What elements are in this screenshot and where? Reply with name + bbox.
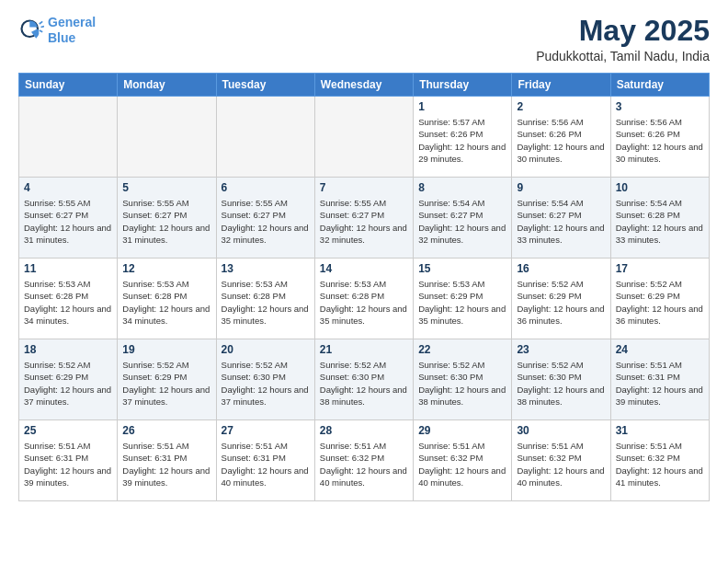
calendar-cell: 24Sunrise: 5:51 AMSunset: 6:31 PMDayligh… [610, 339, 709, 420]
day-number: 19 [122, 343, 210, 356]
day-number: 31 [616, 424, 704, 437]
day-number: 15 [418, 262, 506, 275]
calendar-cell: 23Sunrise: 5:52 AMSunset: 6:30 PMDayligh… [512, 339, 610, 420]
calendar-cell: 4Sunrise: 5:55 AMSunset: 6:27 PMDaylight… [19, 178, 118, 259]
day-number: 9 [517, 181, 605, 194]
calendar-cell: 12Sunrise: 5:53 AMSunset: 6:28 PMDayligh… [118, 259, 216, 339]
calendar-cell: 26Sunrise: 5:51 AMSunset: 6:31 PMDayligh… [118, 420, 216, 501]
calendar-header-wednesday: Wednesday [314, 74, 413, 97]
day-number: 25 [24, 424, 112, 437]
day-info: Sunrise: 5:53 AMSunset: 6:28 PMDaylight:… [320, 278, 408, 327]
calendar-cell: 9Sunrise: 5:54 AMSunset: 6:27 PMDaylight… [512, 178, 610, 259]
page: General Blue May 2025 Pudukkottai, Tamil… [0, 0, 728, 520]
day-number: 18 [24, 343, 112, 356]
day-info: Sunrise: 5:52 AMSunset: 6:30 PMDaylight:… [320, 359, 408, 408]
day-number: 17 [616, 262, 704, 275]
day-number: 7 [320, 181, 408, 194]
day-info: Sunrise: 5:56 AMSunset: 6:26 PMDaylight:… [517, 116, 605, 165]
day-info: Sunrise: 5:55 AMSunset: 6:27 PMDaylight:… [24, 197, 112, 246]
calendar-cell: 8Sunrise: 5:54 AMSunset: 6:27 PMDaylight… [414, 178, 512, 259]
day-info: Sunrise: 5:52 AMSunset: 6:29 PMDaylight:… [24, 359, 112, 408]
day-number: 13 [222, 262, 310, 275]
calendar-cell: 10Sunrise: 5:54 AMSunset: 6:28 PMDayligh… [610, 178, 709, 259]
calendar-cell: 3Sunrise: 5:56 AMSunset: 6:26 PMDaylight… [610, 97, 709, 178]
day-info: Sunrise: 5:51 AMSunset: 6:32 PMDaylight:… [616, 440, 704, 488]
calendar: SundayMondayTuesdayWednesdayThursdayFrid… [18, 73, 710, 501]
calendar-header-monday: Monday [118, 74, 216, 97]
day-info: Sunrise: 5:51 AMSunset: 6:32 PMDaylight:… [517, 440, 605, 488]
calendar-cell: 30Sunrise: 5:51 AMSunset: 6:32 PMDayligh… [512, 420, 610, 501]
calendar-cell: 16Sunrise: 5:52 AMSunset: 6:29 PMDayligh… [512, 259, 610, 339]
calendar-header-sunday: Sunday [19, 74, 118, 97]
calendar-cell: 20Sunrise: 5:52 AMSunset: 6:30 PMDayligh… [216, 339, 314, 420]
day-number: 24 [616, 343, 704, 356]
calendar-header-friday: Friday [512, 74, 610, 97]
day-number: 12 [122, 262, 210, 275]
calendar-cell [314, 97, 413, 178]
day-info: Sunrise: 5:53 AMSunset: 6:29 PMDaylight:… [418, 278, 506, 327]
logo: General Blue [18, 15, 96, 46]
calendar-cell: 2Sunrise: 5:56 AMSunset: 6:26 PMDaylight… [512, 97, 610, 178]
calendar-cell: 31Sunrise: 5:51 AMSunset: 6:32 PMDayligh… [610, 420, 709, 501]
day-info: Sunrise: 5:52 AMSunset: 6:29 PMDaylight:… [517, 278, 605, 327]
calendar-week-5: 25Sunrise: 5:51 AMSunset: 6:31 PMDayligh… [19, 420, 710, 501]
day-info: Sunrise: 5:54 AMSunset: 6:27 PMDaylight:… [418, 197, 506, 246]
day-info: Sunrise: 5:56 AMSunset: 6:26 PMDaylight:… [616, 116, 704, 165]
calendar-header-thursday: Thursday [414, 74, 512, 97]
day-info: Sunrise: 5:51 AMSunset: 6:31 PMDaylight:… [24, 440, 112, 488]
day-info: Sunrise: 5:55 AMSunset: 6:27 PMDaylight:… [222, 197, 310, 246]
title-block: May 2025 Pudukkottai, Tamil Nadu, India [536, 15, 710, 63]
day-info: Sunrise: 5:57 AMSunset: 6:26 PMDaylight:… [418, 116, 506, 165]
day-info: Sunrise: 5:52 AMSunset: 6:30 PMDaylight:… [222, 359, 310, 408]
day-number: 3 [616, 100, 704, 113]
day-info: Sunrise: 5:53 AMSunset: 6:28 PMDaylight:… [222, 278, 310, 327]
svg-line-2 [41, 26, 45, 27]
day-info: Sunrise: 5:51 AMSunset: 6:31 PMDaylight:… [222, 440, 310, 488]
calendar-cell: 19Sunrise: 5:52 AMSunset: 6:29 PMDayligh… [118, 339, 216, 420]
calendar-cell [216, 97, 314, 178]
day-info: Sunrise: 5:52 AMSunset: 6:30 PMDaylight:… [418, 359, 506, 408]
day-info: Sunrise: 5:51 AMSunset: 6:31 PMDaylight:… [616, 359, 704, 408]
calendar-cell: 17Sunrise: 5:52 AMSunset: 6:29 PMDayligh… [610, 259, 709, 339]
calendar-cell: 18Sunrise: 5:52 AMSunset: 6:29 PMDayligh… [19, 339, 118, 420]
day-info: Sunrise: 5:55 AMSunset: 6:27 PMDaylight:… [122, 197, 210, 246]
day-info: Sunrise: 5:55 AMSunset: 6:27 PMDaylight:… [320, 197, 408, 246]
calendar-cell: 1Sunrise: 5:57 AMSunset: 6:26 PMDaylight… [414, 97, 512, 178]
day-number: 28 [320, 424, 408, 437]
calendar-cell: 7Sunrise: 5:55 AMSunset: 6:27 PMDaylight… [314, 178, 413, 259]
day-number: 4 [24, 181, 112, 194]
day-number: 5 [122, 181, 210, 194]
main-title: May 2025 [536, 15, 710, 47]
header: General Blue May 2025 Pudukkottai, Tamil… [18, 15, 710, 63]
day-info: Sunrise: 5:51 AMSunset: 6:31 PMDaylight:… [122, 440, 210, 488]
day-number: 14 [320, 262, 408, 275]
day-number: 20 [222, 343, 310, 356]
day-info: Sunrise: 5:53 AMSunset: 6:28 PMDaylight:… [122, 278, 210, 327]
day-number: 16 [517, 262, 605, 275]
calendar-cell [118, 97, 216, 178]
calendar-cell: 11Sunrise: 5:53 AMSunset: 6:28 PMDayligh… [19, 259, 118, 339]
day-info: Sunrise: 5:51 AMSunset: 6:32 PMDaylight:… [320, 440, 408, 488]
calendar-cell [19, 97, 118, 178]
day-number: 30 [517, 424, 605, 437]
logo-line2: Blue [48, 30, 75, 45]
calendar-cell: 27Sunrise: 5:51 AMSunset: 6:31 PMDayligh… [216, 420, 314, 501]
day-number: 1 [418, 100, 506, 113]
day-number: 22 [418, 343, 506, 356]
day-number: 6 [222, 181, 310, 194]
calendar-cell: 14Sunrise: 5:53 AMSunset: 6:28 PMDayligh… [314, 259, 413, 339]
calendar-week-2: 4Sunrise: 5:55 AMSunset: 6:27 PMDaylight… [19, 178, 710, 259]
calendar-cell: 13Sunrise: 5:53 AMSunset: 6:28 PMDayligh… [216, 259, 314, 339]
calendar-cell: 25Sunrise: 5:51 AMSunset: 6:31 PMDayligh… [19, 420, 118, 501]
calendar-cell: 22Sunrise: 5:52 AMSunset: 6:30 PMDayligh… [414, 339, 512, 420]
calendar-week-4: 18Sunrise: 5:52 AMSunset: 6:29 PMDayligh… [19, 339, 710, 420]
day-number: 11 [24, 262, 112, 275]
day-number: 26 [122, 424, 210, 437]
day-info: Sunrise: 5:52 AMSunset: 6:29 PMDaylight:… [122, 359, 210, 408]
calendar-cell: 15Sunrise: 5:53 AMSunset: 6:29 PMDayligh… [414, 259, 512, 339]
svg-line-1 [40, 21, 43, 24]
day-info: Sunrise: 5:54 AMSunset: 6:28 PMDaylight:… [616, 197, 704, 246]
calendar-header-saturday: Saturday [610, 74, 709, 97]
calendar-cell: 5Sunrise: 5:55 AMSunset: 6:27 PMDaylight… [118, 178, 216, 259]
day-info: Sunrise: 5:52 AMSunset: 6:29 PMDaylight:… [616, 278, 704, 327]
